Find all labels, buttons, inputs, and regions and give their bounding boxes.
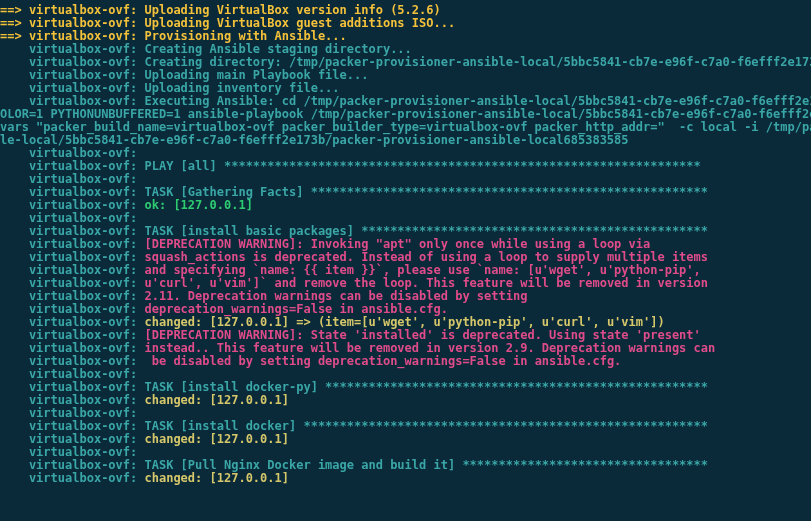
log-text: Creating directory: /tmp/packer-provisio…	[145, 55, 812, 69]
log-text: ok: [127.0.0.1]	[145, 198, 253, 212]
log-prefix: virtualbox-ovf:	[0, 237, 145, 251]
log-text: TASK [install docker-py] ***************…	[145, 380, 709, 394]
log-text: instead.. This feature will be removed i…	[145, 341, 716, 355]
terminal-line: virtualbox-ovf: changed: [127.0.0.1]	[0, 472, 811, 485]
log-prefix: virtualbox-ovf:	[0, 419, 145, 433]
log-prefix: virtualbox-ovf:	[0, 276, 145, 290]
log-text: and specifying `name: {{ item }}`, pleas…	[145, 263, 701, 277]
log-text: Uploading inventory file...	[145, 81, 340, 95]
log-prefix: virtualbox-ovf:	[0, 198, 145, 212]
log-prefix: ==> virtualbox-ovf:	[0, 16, 145, 30]
log-text: be disabled by setting deprecation_warni…	[145, 354, 622, 368]
log-prefix: virtualbox-ovf:	[0, 146, 137, 160]
log-text: changed: [127.0.0.1] => (item=[u'wget', …	[145, 315, 665, 329]
log-text: Creating Ansible staging directory...	[145, 42, 412, 56]
log-text: changed: [127.0.0.1]	[145, 432, 290, 446]
log-prefix: virtualbox-ovf:	[0, 341, 145, 355]
log-prefix: ==> virtualbox-ovf:	[0, 3, 145, 17]
log-prefix: virtualbox-ovf:	[0, 367, 137, 381]
log-prefix: virtualbox-ovf:	[0, 263, 145, 277]
log-prefix: virtualbox-ovf:	[0, 393, 145, 407]
log-text: TASK [install docker] ******************…	[145, 419, 709, 433]
log-text: changed: [127.0.0.1]	[145, 393, 290, 407]
log-text: [DEPRECATION WARNING]: State 'installed'…	[145, 328, 701, 342]
log-prefix: virtualbox-ovf:	[0, 289, 145, 303]
log-text: TASK [Pull Nginx Docker image and build …	[145, 458, 709, 472]
log-text: deprecation_warnings=False in ansible.cf…	[145, 302, 448, 316]
log-prefix: virtualbox-ovf:	[0, 55, 145, 69]
log-prefix: virtualbox-ovf:	[0, 159, 145, 173]
log-prefix: virtualbox-ovf:	[0, 81, 145, 95]
log-prefix: ==> virtualbox-ovf:	[0, 29, 145, 43]
log-prefix: virtualbox-ovf:	[0, 211, 137, 225]
log-prefix: virtualbox-ovf:	[0, 406, 137, 420]
log-text: squash_actions is deprecated. Instead of…	[145, 250, 709, 264]
log-text: Provisioning with Ansible...	[145, 29, 347, 43]
log-prefix: virtualbox-ovf:	[0, 354, 145, 368]
log-prefix: virtualbox-ovf:	[0, 471, 145, 485]
log-prefix: virtualbox-ovf:	[0, 68, 145, 82]
log-prefix: virtualbox-ovf:	[0, 302, 145, 316]
log-text: OLOR=1 PYTHONUNBUFFERED=1 ansible-playbo…	[0, 107, 811, 121]
log-text: Executing Ansible: cd /tmp/packer-provis…	[145, 94, 812, 108]
log-prefix: virtualbox-ovf:	[0, 432, 145, 446]
log-prefix: virtualbox-ovf:	[0, 458, 145, 472]
log-text: PLAY [all] *****************************…	[145, 159, 701, 173]
log-text: changed: [127.0.0.1]	[145, 471, 290, 485]
log-prefix: virtualbox-ovf:	[0, 315, 145, 329]
log-prefix: virtualbox-ovf:	[0, 42, 145, 56]
log-prefix: virtualbox-ovf:	[0, 380, 145, 394]
log-prefix: virtualbox-ovf:	[0, 224, 145, 238]
log-prefix: virtualbox-ovf:	[0, 172, 137, 186]
log-prefix: virtualbox-ovf:	[0, 94, 145, 108]
log-text: TASK [Gathering Facts] *****************…	[145, 185, 709, 199]
log-text: Uploading VirtualBox guest additions ISO…	[145, 16, 456, 30]
log-text: Uploading VirtualBox version info (5.2.6…	[145, 3, 441, 17]
log-text: Uploading main Playbook file...	[145, 68, 369, 82]
log-text: TASK [install basic packages] **********…	[145, 224, 709, 238]
log-prefix: virtualbox-ovf:	[0, 185, 145, 199]
log-prefix: virtualbox-ovf:	[0, 328, 145, 342]
terminal-output: ==> virtualbox-ovf: Uploading VirtualBox…	[0, 0, 811, 485]
log-text: 2.11. Deprecation warnings can be disabl…	[145, 289, 528, 303]
log-prefix: virtualbox-ovf:	[0, 445, 137, 459]
log-text: vars "packer_build_name=virtualbox-ovf p…	[0, 120, 811, 134]
log-text: le-local/5bbc5841-cb7e-e96f-c7a0-f6efff2…	[0, 133, 629, 147]
log-text: u'curl', u'vim']` and remove the loop. T…	[145, 276, 709, 290]
log-text: [DEPRECATION WARNING]: Invoking "apt" on…	[145, 237, 651, 251]
log-prefix: virtualbox-ovf:	[0, 250, 145, 264]
